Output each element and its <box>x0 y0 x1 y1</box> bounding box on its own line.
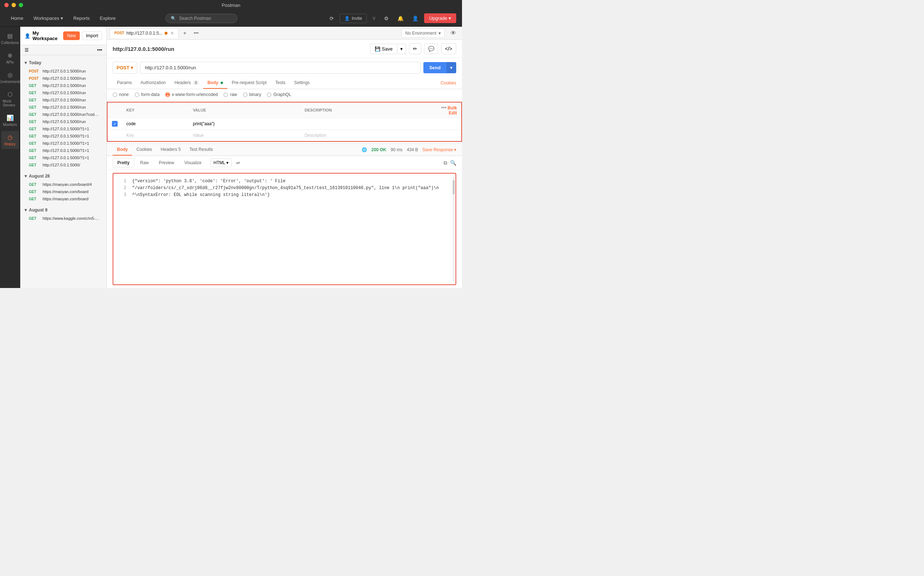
list-item[interactable]: GET https://maoyan.com/board <box>20 195 107 202</box>
empty-desc-cell[interactable]: Description <box>300 130 432 141</box>
list-item[interactable]: GET http://127.0.0.1:5000/run?code=print… <box>20 111 107 118</box>
maximize-btn[interactable] <box>19 3 23 7</box>
more-options-icon[interactable]: ••• <box>97 47 102 53</box>
list-item[interactable]: GET http://127.0.0.1:5000/?1=1 <box>20 133 107 140</box>
list-item[interactable]: GET http://127.0.0.1:5000/?1=1 <box>20 140 107 147</box>
graphql-radio[interactable] <box>267 93 272 97</box>
search-bar[interactable]: 🔍 Search Postman <box>165 14 238 23</box>
tab-settings[interactable]: Settings <box>290 77 314 89</box>
body-graphql[interactable]: GraphQL <box>267 92 291 97</box>
save-button[interactable]: 💾 Save <box>370 44 397 54</box>
format-icon[interactable]: ⇌ <box>236 160 240 166</box>
tab-pre-request[interactable]: Pre-request Script <box>227 77 271 89</box>
tab-authorization[interactable]: Authorization <box>136 77 170 89</box>
cookies-link[interactable]: Cookies <box>441 80 456 86</box>
body-raw[interactable]: raw <box>224 92 237 97</box>
list-item[interactable]: GET http://127.0.0.1:5000/ <box>20 161 107 168</box>
tab-add-button[interactable]: + <box>180 29 189 38</box>
empty-key-cell[interactable]: Key <box>122 130 189 141</box>
list-item[interactable]: GET http://127.0.0.1:5000/run <box>20 118 107 125</box>
tab-body[interactable]: Body <box>203 77 227 89</box>
code-icon[interactable]: </> <box>441 43 456 54</box>
aug28-header[interactable]: ▾ August 28 <box>20 171 107 181</box>
search-response-icon[interactable]: 🔍 <box>450 160 456 166</box>
upgrade-button[interactable]: Upgrade ▾ <box>424 13 456 23</box>
save-dropdown-button[interactable]: ▾ <box>397 44 406 54</box>
list-item[interactable]: GET http://127.0.0.1:5000/?1=1 <box>20 125 107 133</box>
resp-tab-headers[interactable]: Headers 5 <box>156 144 185 155</box>
bell-icon[interactable]: 🔔 <box>395 13 406 24</box>
invite-button[interactable]: 👤 Invite <box>340 14 367 23</box>
tab-params[interactable]: Params <box>113 77 136 89</box>
list-item[interactable]: GET http://127.0.0.1:5000/run <box>20 82 107 89</box>
eye-icon[interactable]: 👁 <box>448 28 459 38</box>
method-select[interactable]: POST ▾ <box>113 62 137 74</box>
format-select[interactable]: HTML ▾ <box>210 158 232 167</box>
url-input[interactable] <box>140 62 420 74</box>
filter-icon[interactable]: ☰ <box>24 47 29 53</box>
nav-explore[interactable]: Explore <box>95 13 121 23</box>
nav-reports[interactable]: Reports <box>68 13 95 23</box>
none-radio[interactable] <box>113 93 117 97</box>
viewer-tab-pretty[interactable]: Pretty <box>113 158 134 168</box>
list-item[interactable]: GET http://127.0.0.1:5000/?1=1 <box>20 147 107 154</box>
sync-icon[interactable]: ⟳ <box>327 13 337 24</box>
body-none[interactable]: none <box>113 92 129 97</box>
resp-tab-test-results[interactable]: Test Results <box>185 144 217 155</box>
raw-radio[interactable] <box>224 93 228 97</box>
list-item[interactable]: GET https://www.kaggle.com/c/m5-fore cas… <box>20 215 107 222</box>
table-row[interactable]: ✓ code print("aaa") <box>107 118 461 130</box>
empty-value-cell[interactable]: Value <box>189 130 300 141</box>
viewer-tab-visualize[interactable]: Visualize <box>180 158 206 167</box>
table-row-empty[interactable]: Key Value Description <box>107 130 461 141</box>
save-response-button[interactable]: Save Response ▾ <box>422 147 456 152</box>
resp-tab-cookies[interactable]: Cookies <box>132 144 156 155</box>
send-dropdown-button[interactable]: ▾ <box>446 62 456 73</box>
kv-more-icon[interactable]: ••• <box>441 105 446 110</box>
form-data-radio[interactable] <box>134 93 139 97</box>
viewer-tab-preview[interactable]: Preview <box>155 158 179 167</box>
tab-tests[interactable]: Tests <box>271 77 290 89</box>
tab-more-button[interactable]: ••• <box>191 29 202 37</box>
list-item[interactable]: POST http://127.0.0.1:5000/run <box>20 67 107 75</box>
x-www-radio[interactable] <box>165 93 170 97</box>
list-item[interactable]: GET http://127.0.0.1:5000/run <box>20 89 107 96</box>
new-button[interactable]: New <box>63 31 80 40</box>
sidebar-item-mock-servers[interactable]: ⬡ Mock Servers <box>2 88 19 110</box>
minimize-btn[interactable] <box>11 3 16 7</box>
viewer-tab-raw[interactable]: Raw <box>136 158 153 167</box>
send-button[interactable]: Send <box>424 62 446 73</box>
scrollbar-thumb[interactable] <box>452 180 455 195</box>
today-header[interactable]: ▾ Today <box>20 58 107 67</box>
row-key-cell[interactable]: code <box>122 118 189 130</box>
sidebar-item-environments[interactable]: ◎ Environments <box>2 69 19 86</box>
sidebar-item-monitors[interactable]: 📊 Monitors <box>2 112 19 130</box>
list-item[interactable]: POST http://127.0.0.1:5000/run <box>20 75 107 82</box>
fork-icon[interactable]: ⑂ <box>369 13 378 24</box>
body-binary[interactable]: binary <box>243 92 261 97</box>
row-value-cell[interactable]: print("aaa") <box>189 118 300 130</box>
environment-dropdown[interactable]: No Environment ▾ <box>401 29 445 38</box>
body-form-data[interactable]: form-data <box>134 92 160 97</box>
scrollbar-track[interactable] <box>452 176 455 282</box>
bulk-edit-button[interactable]: Bulk Edit <box>448 106 457 115</box>
comment-icon[interactable]: 💬 <box>424 43 438 54</box>
request-tab[interactable]: POST http://127.0.0.1:5... ✕ <box>110 28 179 38</box>
close-btn[interactable] <box>4 3 9 7</box>
binary-radio[interactable] <box>243 93 248 97</box>
list-item[interactable]: GET https://maoyan.com/board/4 <box>20 181 107 188</box>
resp-tab-body[interactable]: Body <box>113 144 132 155</box>
import-button[interactable]: Import <box>82 31 102 40</box>
avatar-icon[interactable]: 👤 <box>409 13 421 24</box>
list-item[interactable]: GET http://127.0.0.1:5000/?1=1 <box>20 154 107 161</box>
sidebar-item-collections[interactable]: ▤ Collections <box>2 30 19 48</box>
checkbox-checked[interactable]: ✓ <box>112 121 118 127</box>
nav-workspaces[interactable]: Workspaces ▾ <box>29 13 68 23</box>
list-item[interactable]: GET http://127.0.0.1:5000/run <box>20 96 107 104</box>
edit-icon[interactable]: ✏ <box>409 43 421 54</box>
tab-close-icon[interactable]: ✕ <box>170 31 174 36</box>
list-item[interactable]: GET http://127.0.0.1:5000/run <box>20 104 107 111</box>
tab-headers[interactable]: Headers 8 <box>170 77 203 89</box>
nav-home[interactable]: Home <box>6 13 29 23</box>
body-x-www[interactable]: x-www-form-urlencoded <box>165 92 217 97</box>
